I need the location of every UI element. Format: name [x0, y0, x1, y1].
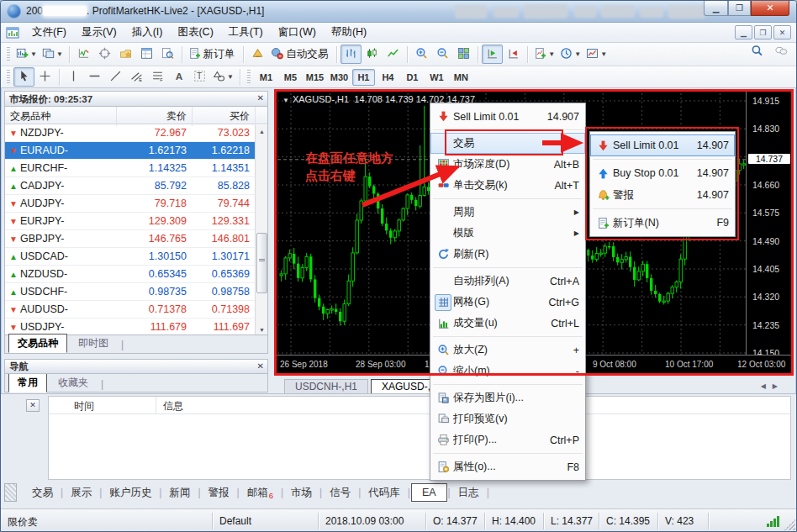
menubar-item-4[interactable]: 工具(T): [221, 23, 271, 42]
market-watch-tab-交易品种[interactable]: 交易品种: [8, 334, 67, 353]
timeframe-mn[interactable]: MN: [450, 69, 472, 86]
context-menu-item-zoom-out[interactable]: 缩小(m)-: [430, 361, 585, 382]
toolbar-button-new-order[interactable]: 新订单: [186, 45, 240, 64]
toolbar-button-indicators[interactable]: ▼: [531, 45, 557, 64]
market-watch-row[interactable]: ▼AUDUSD-0.713780.71398: [5, 301, 267, 319]
terminal-tab-10[interactable]: 日志: [451, 483, 486, 503]
context-menu-item-depth-of-market[interactable]: 市场深度(D)Alt+B: [430, 154, 585, 175]
column-buy[interactable]: 买价: [193, 107, 256, 126]
market-watch-row[interactable]: ▲CADJPY-85.79285.828: [5, 177, 267, 195]
terminal-tab-0[interactable]: 交易: [25, 483, 60, 503]
context-menu-item-auto-arrange[interactable]: 自动排列(A)Ctrl+A: [430, 271, 585, 292]
trade-submenu-item-buy-stop[interactable]: Buy Stop 0.0114.907: [590, 162, 735, 184]
terminal-tab-3[interactable]: 新闻: [162, 483, 197, 503]
market-watch-scrollbar[interactable]: ▲ ▼: [255, 125, 267, 336]
toolbar-button-horizontal-line[interactable]: [84, 67, 105, 87]
timeframe-m5[interactable]: M5: [279, 69, 302, 86]
market-watch-row[interactable]: ▼EURJPY-129.309129.331: [5, 213, 267, 230]
toolbar-button-zoom-in[interactable]: [411, 45, 432, 64]
tab-scroll-arrows[interactable]: ◀▶: [761, 382, 784, 390]
timeframe-m1[interactable]: M1: [255, 69, 277, 86]
toolbar-button-expert-advisors[interactable]: [247, 45, 268, 64]
market-watch-row[interactable]: ▼GBPJPY-146.765146.801: [5, 230, 267, 248]
toolbar-button-text[interactable]: A: [168, 67, 189, 87]
toolbar-button-equidistant-channel[interactable]: E: [126, 67, 147, 87]
column-time[interactable]: 时间: [49, 397, 156, 413]
menubar-item-6[interactable]: 帮助(H): [324, 23, 374, 42]
context-menu-item-trade[interactable]: 交易: [430, 133, 585, 154]
close-icon[interactable]: ✕: [26, 399, 40, 412]
context-menu-item-properties[interactable]: 属性(o)...F8: [430, 456, 585, 477]
toolbar-button-candles[interactable]: [362, 45, 383, 64]
terminal-tab-2[interactable]: 账户历史: [103, 483, 158, 503]
timeframe-h1[interactable]: H1: [352, 69, 375, 86]
terminal-tab-4[interactable]: 警报: [202, 483, 236, 503]
menubar-item-3[interactable]: 图表(C): [170, 23, 220, 42]
toolbar-grip[interactable]: [7, 47, 10, 62]
resize-grip[interactable]: [784, 519, 795, 530]
terminal-tab-5[interactable]: 邮箱6: [240, 483, 280, 503]
menubar-item-5[interactable]: 窗口(W): [271, 23, 324, 42]
market-watch-row[interactable]: ▼AUDJPY-79.71879.744: [5, 195, 267, 213]
toolbar-button-new-chart[interactable]: ▼: [13, 45, 40, 64]
context-menu-item-one-click-trading[interactable]: 单击交易(k)Alt+T: [430, 175, 585, 196]
chevron-down-icon[interactable]: ▼: [548, 50, 555, 58]
trade-submenu-item-alert[interactable]: 警报14.907: [590, 184, 735, 206]
toolbar-grip[interactable]: [247, 70, 251, 85]
market-watch-row[interactable]: ▲NZDUSD-0.653450.65369: [5, 266, 267, 283]
status-profile[interactable]: Default: [213, 513, 319, 529]
toolbar-button-market-watch-toggle[interactable]: [136, 45, 157, 64]
trade-submenu-item-sell-limit[interactable]: Sell Limit 0.0114.907: [590, 134, 735, 156]
restore-button[interactable]: ❐: [728, 1, 751, 16]
navigator-tab-收藏夹[interactable]: 收藏夹: [49, 373, 98, 392]
timeframe-w1[interactable]: W1: [425, 69, 448, 86]
toolbar-grip[interactable]: [7, 70, 10, 85]
chevron-down-icon[interactable]: ▼: [56, 50, 63, 58]
toolbar-button-crosshair[interactable]: [34, 67, 55, 87]
context-menu-item-print[interactable]: 打印(P)...Ctrl+P: [430, 429, 585, 450]
context-menu-item-volumes[interactable]: 成交量(u)Ctrl+L: [430, 313, 585, 334]
context-menu-item-zoom-in[interactable]: 放大(Z)+: [430, 340, 585, 361]
minimize-button[interactable]: ▁: [704, 1, 728, 16]
menubar-item-0[interactable]: 文件(F): [24, 23, 74, 42]
chart-tab-USDCNHH1[interactable]: USDCNH-,H1: [284, 379, 368, 393]
mdi-close-button[interactable]: ✕: [773, 25, 791, 40]
toolbar-button-crosshair-target[interactable]: [94, 45, 115, 64]
terminal-tab-6[interactable]: 市场: [284, 483, 319, 503]
chevron-down-icon[interactable]: ▼: [30, 50, 37, 58]
column-symbol[interactable]: 交易品种: [5, 107, 117, 126]
terminal-tab-1[interactable]: 展示: [64, 483, 98, 503]
search-icon[interactable]: [751, 45, 763, 57]
scrollbar-thumb[interactable]: [256, 233, 267, 293]
toolbar-button-trendline[interactable]: [105, 67, 126, 87]
close-button[interactable]: ✕: [751, 1, 789, 16]
toolbar-button-text-label[interactable]: T: [189, 67, 210, 87]
panel-grip[interactable]: [4, 483, 17, 502]
terminal-tab-7[interactable]: 信号: [323, 483, 357, 503]
menubar-item-1[interactable]: 显示(V): [74, 23, 124, 42]
context-menu-item-periodicity[interactable]: 周期▶: [430, 202, 585, 223]
toolbar-button-cursor[interactable]: [13, 67, 34, 87]
toolbar-button-autotrade[interactable]: 自动交易: [268, 45, 333, 64]
toolbar-button-auto-scroll[interactable]: [503, 45, 524, 64]
toolbar-button-chart-shift[interactable]: [482, 45, 503, 64]
market-watch-row[interactable]: ▼NZDJPY-72.96773.023: [5, 124, 267, 142]
toolbar-button-periods[interactable]: ▼: [557, 45, 583, 64]
navigator-tab-常用[interactable]: 常用: [8, 373, 47, 392]
close-icon[interactable]: ✕: [257, 93, 264, 103]
market-watch-row[interactable]: ▲EURCHF-1.143251.14351: [5, 160, 267, 177]
toolbar-button-favorites[interactable]: [115, 45, 136, 64]
toolbar-button-templates[interactable]: ▼: [583, 45, 610, 64]
toolbar-button-fibonacci[interactable]: F: [147, 67, 168, 87]
context-menu-item-print-preview[interactable]: 打印预览(v): [430, 408, 585, 429]
market-watch-row[interactable]: ▲USDCAD-1.301501.30171: [5, 248, 267, 266]
scroll-up-icon[interactable]: ▲: [256, 125, 268, 138]
toolbar-button-vertical-line[interactable]: [63, 67, 84, 87]
chevron-down-icon[interactable]: ▼: [227, 73, 234, 81]
timeframe-h4[interactable]: H4: [377, 69, 399, 86]
toolbar-button-tile-windows[interactable]: [453, 45, 474, 64]
timeframe-d1[interactable]: D1: [401, 69, 424, 86]
chevron-down-icon[interactable]: ▼: [282, 97, 289, 104]
toolbar-button-tick-chart[interactable]: [73, 45, 94, 64]
chevron-down-icon[interactable]: ▼: [574, 50, 581, 58]
